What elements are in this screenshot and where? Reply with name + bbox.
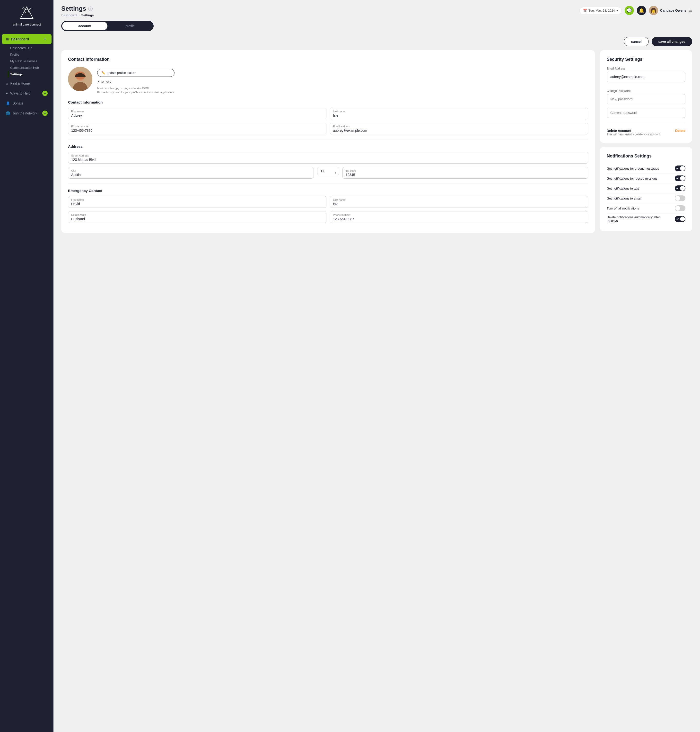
sidebar-item-find-home[interactable]: ⌂ Find a Home bbox=[2, 79, 51, 88]
notif-text-toggle[interactable]: on bbox=[675, 185, 685, 191]
last-name-input[interactable] bbox=[333, 113, 585, 118]
page-title-text: Settings bbox=[61, 5, 86, 12]
notif-turnoff-toggle[interactable] bbox=[675, 205, 685, 211]
notif-autodelete-label: Delete notifications automatically after… bbox=[607, 215, 660, 223]
logo-text: animal care connect bbox=[13, 22, 41, 27]
sidebar-item-profile[interactable]: Profile bbox=[10, 51, 50, 58]
pic-hint: Must be either .jpg or .png and under 15… bbox=[97, 86, 175, 94]
phone-label: Phone number bbox=[71, 125, 323, 128]
street-field[interactable]: Street Address bbox=[68, 152, 588, 163]
content-grid: Contact Information bbox=[61, 50, 692, 233]
first-name-field[interactable]: First name bbox=[68, 108, 326, 119]
toggle-knob bbox=[680, 166, 685, 171]
ec-relationship-input[interactable] bbox=[71, 217, 323, 221]
ec-first-input[interactable] bbox=[71, 202, 323, 206]
ec-phone-field[interactable]: Phone number bbox=[330, 211, 588, 223]
toggle-on-text-3: on bbox=[676, 187, 679, 190]
hamburger-icon[interactable]: ☰ bbox=[688, 8, 692, 13]
security-card: Security Settings Email Address Change P… bbox=[600, 50, 692, 143]
zip-input[interactable] bbox=[346, 173, 585, 177]
tab-profile[interactable]: profile bbox=[107, 22, 153, 30]
ec-rel-phone-row: Relationship Phone number bbox=[68, 211, 588, 223]
remove-pic-button[interactable]: ✕ remove bbox=[97, 79, 175, 84]
header: Settings i Dashboard › Settings 📅 Tue, M… bbox=[53, 0, 700, 17]
security-divider bbox=[607, 123, 685, 123]
join-network-plus-button[interactable]: + bbox=[42, 110, 48, 116]
header-title-area: Settings i Dashboard › Settings bbox=[61, 5, 94, 17]
chevron-down-icon: ▾ bbox=[616, 9, 618, 12]
save-button[interactable]: save all changes bbox=[651, 37, 692, 46]
delete-account-button[interactable]: Delete bbox=[675, 129, 685, 133]
name-row: First name Last name bbox=[68, 108, 588, 119]
ec-first-label: First name bbox=[71, 198, 323, 201]
sidebar-item-donate[interactable]: 👤 Donate bbox=[2, 99, 51, 108]
sidebar-item-dashboard-hub[interactable]: Dashboard Hub bbox=[10, 45, 50, 51]
header-right: 📅 Tue, Mar. 23, 2024 ▾ 💬 🔔 👩 Candace Owe… bbox=[579, 5, 692, 15]
pencil-icon: ✏️ bbox=[101, 71, 105, 75]
notif-urgent-label: Get notifications for urgent messages bbox=[607, 167, 659, 171]
sidebar-item-ways-to-help[interactable]: ♥ Ways to Help + bbox=[2, 88, 51, 98]
sidebar-item-comm-hub[interactable]: Communication Hub bbox=[10, 65, 50, 71]
notification-button[interactable]: 🔔 bbox=[637, 6, 646, 15]
date-text: Tue, Mar. 23, 2024 bbox=[588, 9, 615, 12]
city-input[interactable] bbox=[71, 173, 310, 177]
notif-text-label: Get notifications to text bbox=[607, 187, 639, 190]
state-select[interactable]: TX CA NY bbox=[317, 167, 339, 175]
email-input[interactable] bbox=[333, 129, 585, 132]
logo-area: animal care connect bbox=[0, 0, 53, 32]
notification-text-row: Get notifications to text on bbox=[607, 184, 685, 194]
ec-relationship-label: Relationship bbox=[71, 213, 323, 216]
notif-rescue-toggle-wrap: on bbox=[675, 175, 685, 181]
sidebar-item-join-network[interactable]: 🌐 Join the network + bbox=[2, 108, 51, 118]
toggle-knob-2 bbox=[680, 176, 685, 181]
first-name-input[interactable] bbox=[71, 113, 323, 118]
notif-autodelete-toggle[interactable]: on bbox=[675, 216, 685, 222]
notif-rescue-toggle[interactable]: on bbox=[675, 175, 685, 181]
last-name-field[interactable]: Last name bbox=[330, 108, 588, 119]
right-column: Security Settings Email Address Change P… bbox=[600, 50, 692, 231]
date-pill[interactable]: 📅 Tue, Mar. 23, 2024 ▾ bbox=[579, 7, 622, 14]
sidebar-item-label-dashboard: Dashboard bbox=[11, 37, 29, 41]
change-password-label: Change Password bbox=[607, 89, 685, 93]
contact-info-card: Contact Information bbox=[61, 50, 595, 233]
notif-autodelete-toggle-wrap: on bbox=[675, 216, 685, 222]
phone-field[interactable]: Phone number bbox=[68, 123, 326, 134]
sidebar-item-dashboard[interactable]: ⊞ Dashboard + bbox=[2, 34, 51, 44]
ec-last-input[interactable] bbox=[333, 202, 585, 206]
tab-account[interactable]: account bbox=[62, 22, 107, 30]
city-field[interactable]: City bbox=[68, 167, 314, 179]
cancel-button[interactable]: cancel bbox=[624, 37, 649, 46]
ways-to-help-plus-button[interactable]: + bbox=[42, 91, 48, 96]
sidebar-item-settings[interactable]: Settings bbox=[8, 71, 50, 78]
sidebar-item-rescue-heroes[interactable]: My Rescue Heroes bbox=[10, 58, 50, 65]
notif-email-toggle[interactable] bbox=[675, 195, 685, 201]
notif-turnoff-label: Turn off all notifications bbox=[607, 207, 639, 210]
notif-urgent-toggle[interactable]: on bbox=[675, 166, 685, 171]
user-menu[interactable]: 👩 Candace Owens ☰ bbox=[649, 6, 692, 15]
breadcrumb-parent[interactable]: Dashboard bbox=[61, 13, 77, 17]
toggle-on-text-2: on bbox=[676, 177, 679, 179]
message-button[interactable]: 💬 bbox=[625, 6, 634, 15]
ec-last-label: Last name bbox=[333, 198, 585, 201]
ec-phone-input[interactable] bbox=[333, 217, 585, 221]
new-password-input[interactable] bbox=[607, 94, 685, 104]
svg-marker-0 bbox=[21, 7, 33, 19]
ec-first-field[interactable]: First name bbox=[68, 196, 326, 208]
ec-relationship-field[interactable]: Relationship bbox=[68, 211, 326, 223]
ec-phone-label: Phone number bbox=[333, 213, 585, 216]
info-icon[interactable]: i bbox=[88, 7, 93, 11]
street-input[interactable] bbox=[71, 158, 585, 162]
notifications-card-title: Notifications Settings bbox=[607, 154, 685, 159]
current-password-input[interactable] bbox=[607, 108, 685, 118]
update-pic-label: update profile picture bbox=[107, 71, 136, 75]
phone-input[interactable] bbox=[71, 129, 323, 132]
dashboard-plus-button[interactable]: + bbox=[42, 37, 48, 42]
update-pic-button[interactable]: ✏️ update profile picture bbox=[97, 69, 175, 77]
zip-field[interactable]: Zip code bbox=[343, 167, 588, 179]
email-field[interactable]: Email address bbox=[330, 123, 588, 134]
security-card-title: Security Settings bbox=[607, 57, 685, 62]
security-email-input[interactable] bbox=[607, 72, 685, 82]
delete-account-text: Delete Account This will permanently del… bbox=[607, 129, 660, 136]
ec-last-field[interactable]: Last name bbox=[330, 196, 588, 208]
delete-account-label: Delete Account bbox=[607, 129, 660, 133]
